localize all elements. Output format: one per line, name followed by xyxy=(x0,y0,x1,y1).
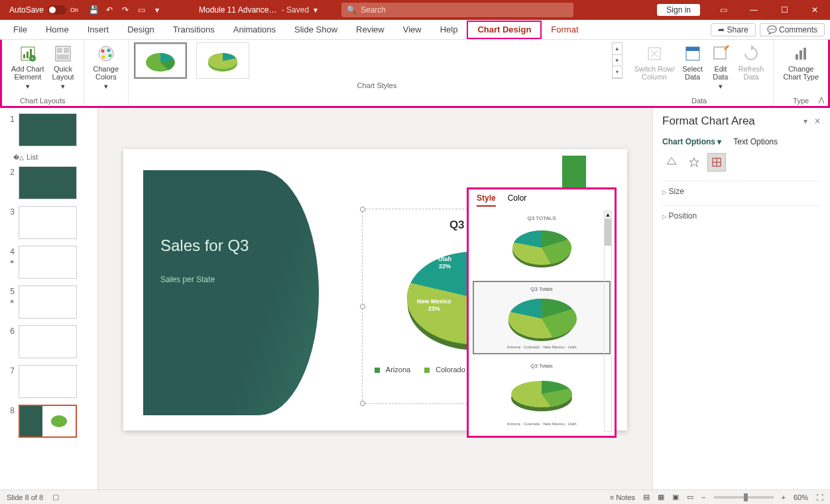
style-tab[interactable]: Style xyxy=(477,193,496,207)
qat-more-icon[interactable]: ▾ xyxy=(151,4,163,16)
zoom-out-icon[interactable]: − xyxy=(701,493,705,501)
minimize-icon[interactable]: — xyxy=(739,0,769,20)
search-input[interactable] xyxy=(361,5,568,15)
select-data-button[interactable]: Select Data xyxy=(680,42,705,91)
thumb-image-2[interactable] xyxy=(19,166,77,199)
quick-layout-button[interactable]: Quick Layout ▾ xyxy=(50,42,77,91)
tab-design[interactable]: Design xyxy=(118,20,163,40)
zoom-in-icon[interactable]: + xyxy=(782,493,786,501)
svg-point-13 xyxy=(108,54,111,58)
style-option-3[interactable]: Q3 Totals Arizona · Colorado · New Mexic… xyxy=(473,358,611,430)
view-normal-icon[interactable]: ▤ xyxy=(643,493,650,501)
chart-styles-scroll[interactable]: ▲ ▼ ▾ xyxy=(612,42,622,79)
tab-format[interactable]: Format xyxy=(542,20,587,40)
thumb-image-5[interactable] xyxy=(19,285,77,319)
add-chart-element-button[interactable]: + Add Chart Element ▾ xyxy=(9,42,47,91)
effects-icon[interactable] xyxy=(685,153,703,172)
tab-insert[interactable]: Insert xyxy=(78,20,119,40)
scrollbar-thumb[interactable] xyxy=(605,219,611,246)
thumb-image-6[interactable] xyxy=(19,325,77,358)
zoom-level[interactable]: 60% xyxy=(794,493,808,501)
slide-canvas[interactable]: Sales for Q3 Sales per State Q3 Totals U… xyxy=(98,108,652,489)
thumb-1[interactable]: 1 xyxy=(0,112,97,152)
scroll-down-icon[interactable]: ▼ xyxy=(613,55,622,67)
thumb-6[interactable]: 6 xyxy=(0,324,97,364)
section-size[interactable]: Size xyxy=(662,181,821,196)
tab-animations[interactable]: Animations xyxy=(224,20,285,40)
share-button[interactable]: ➦ Share xyxy=(711,23,755,36)
title-dropdown-icon[interactable]: ▾ xyxy=(314,5,318,15)
sign-in-button[interactable]: Sign in xyxy=(657,4,700,16)
change-chart-type-button[interactable]: Change Chart Type xyxy=(780,42,821,82)
thumb-image-1[interactable] xyxy=(19,113,77,146)
tab-view[interactable]: View xyxy=(394,20,431,40)
view-sorter-icon[interactable]: ▦ xyxy=(658,493,664,501)
tab-help[interactable]: Help xyxy=(431,20,467,40)
color-tab[interactable]: Color xyxy=(508,193,527,207)
tab-chart-design[interactable]: Chart Design xyxy=(467,21,542,39)
chart-style-2[interactable] xyxy=(196,42,249,79)
format-chart-area-pane[interactable]: Format Chart Area ▾ ✕ Chart Options ▾ Te… xyxy=(652,108,830,489)
chart-options-tab[interactable]: Chart Options ▾ xyxy=(662,137,721,146)
pane-close-icon[interactable]: ✕ xyxy=(814,117,821,126)
edit-data-button[interactable]: Edit Data ▾ xyxy=(708,42,733,91)
tab-slide-show[interactable]: Slide Show xyxy=(285,20,347,40)
collapse-tri-icon[interactable]: �△ xyxy=(13,154,27,161)
redo-icon[interactable]: ↷ xyxy=(119,4,131,16)
thumb-5[interactable]: 5★ xyxy=(0,284,97,324)
fill-line-icon[interactable] xyxy=(662,153,681,172)
thumb-image-3[interactable] xyxy=(19,206,77,239)
chart-quick-styles-pane[interactable]: Style Color Q3 TOTALS Q3 Totals Arizona … xyxy=(467,187,617,438)
scroll-up-icon[interactable]: ▲ xyxy=(613,43,622,55)
slide-title-block[interactable]: Sales for Q3 Sales per State xyxy=(143,170,319,415)
group-chart-styles: ▲ ▼ ▾ Chart Styles xyxy=(129,40,625,106)
style-option-1[interactable]: Q3 TOTALS xyxy=(473,211,611,277)
save-icon[interactable]: 💾 xyxy=(88,4,99,16)
tab-review[interactable]: Review xyxy=(347,20,394,40)
tab-transitions[interactable]: Transitions xyxy=(164,20,224,40)
slideshow-icon[interactable]: ▭ xyxy=(135,4,147,16)
tab-file[interactable]: File xyxy=(4,20,36,40)
pane-menu-icon[interactable]: ▾ xyxy=(803,117,807,126)
thumb-image-4[interactable] xyxy=(19,246,77,279)
toggle-switch[interactable] xyxy=(48,5,66,15)
thumb-4[interactable]: 4★ xyxy=(0,244,97,284)
change-colors-button[interactable]: Change Colors ▾ xyxy=(91,42,122,91)
switch-row-column-button[interactable]: Switch Row/ Column xyxy=(632,42,678,91)
scroll-more-icon[interactable]: ▾ xyxy=(613,66,622,78)
thumb-8[interactable]: 8 xyxy=(0,403,97,443)
thumb-7[interactable]: 7 xyxy=(0,364,97,403)
scroll-up-icon[interactable]: ▲ xyxy=(605,211,611,219)
thumb-image-7[interactable] xyxy=(19,365,77,398)
autosave-state: On xyxy=(70,7,78,13)
edit-data-icon xyxy=(711,44,731,64)
close-icon[interactable]: ✕ xyxy=(800,0,830,20)
style-option-2[interactable]: Q3 Totals Arizona · Colorado · New Mexic… xyxy=(473,281,611,354)
fit-to-window-icon[interactable]: ⛶ xyxy=(816,493,823,501)
notes-button[interactable]: ≡ Notes xyxy=(610,493,635,501)
search-box[interactable]: 🔍 xyxy=(341,3,573,17)
collapse-ribbon-icon[interactable]: ⋀ xyxy=(819,96,824,103)
zoom-slider[interactable] xyxy=(714,496,774,499)
slide-thumbnails-pane[interactable]: 1 �△List 2 3 4★ 5★ 6 7 8 xyxy=(0,108,98,489)
ribbon-display-icon[interactable]: ▭ xyxy=(708,0,739,20)
autosave-toggle[interactable]: AutoSave On xyxy=(0,5,84,15)
size-properties-icon[interactable] xyxy=(707,153,726,172)
chart-style-1[interactable] xyxy=(134,42,187,79)
maximize-icon[interactable]: ☐ xyxy=(769,0,800,20)
tab-home[interactable]: Home xyxy=(36,20,78,40)
group-label-chart-layouts: Chart Layouts xyxy=(20,97,65,106)
thumb-3[interactable]: 3 xyxy=(0,205,97,244)
accessibility-icon[interactable]: ▢ xyxy=(52,493,59,501)
undo-icon[interactable]: ↶ xyxy=(103,4,115,16)
comments-button[interactable]: 💬 Comments xyxy=(760,23,825,36)
view-slideshow-icon[interactable]: ▭ xyxy=(687,493,693,501)
style-pane-scrollbar[interactable]: ▲ xyxy=(604,211,612,432)
text-options-tab[interactable]: Text Options xyxy=(733,137,778,146)
thumb-2[interactable]: 2 xyxy=(0,165,97,205)
section-position[interactable]: Position xyxy=(662,205,821,221)
section-list-label[interactable]: List xyxy=(27,153,38,161)
refresh-data-button[interactable]: Refresh Data xyxy=(736,42,767,91)
view-reading-icon[interactable]: ▣ xyxy=(672,493,679,501)
thumb-image-8[interactable] xyxy=(19,405,77,438)
